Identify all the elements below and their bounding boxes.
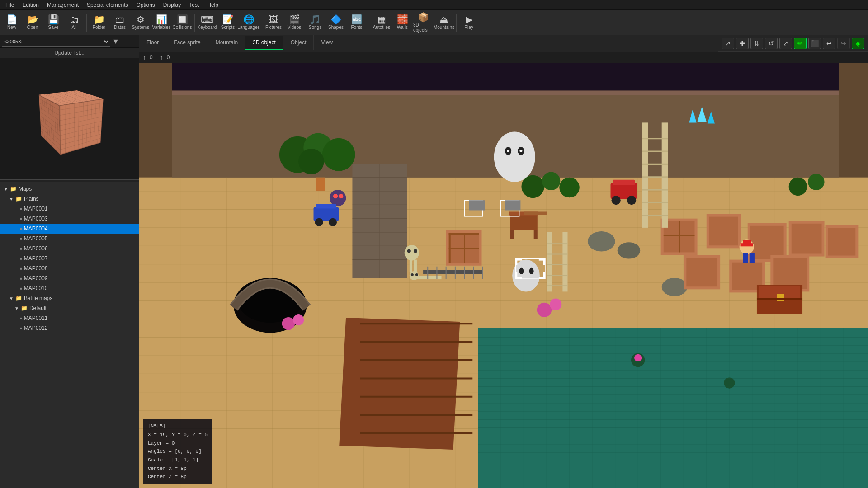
datas-icon: 🗃 [115, 15, 124, 24]
autotiles-icon: ▦ [377, 15, 386, 24]
shapes-button[interactable]: 🔷 Shapes [326, 11, 346, 34]
map-viewport[interactable]: [N5[5] X = 19, Y = 0, Z = 5 Layer = 0 An… [139, 63, 868, 488]
map0012-label: MAP0012 [24, 325, 48, 331]
draw-icon: ✏ [797, 40, 803, 47]
keyboard-icon: ⌨ [201, 15, 214, 24]
walls-button[interactable]: 🧱 Walls [392, 11, 412, 34]
new-button[interactable]: 📄 New [2, 11, 22, 34]
status-line1: [N5[5] [148, 422, 208, 431]
scale-tool-button[interactable]: ⤢ [779, 38, 792, 49]
svg-point-98 [662, 278, 688, 296]
menu-file[interactable]: File [2, 1, 18, 9]
status-overlay: [N5[5] X = 19, Y = 0, Z = 5 Layer = 0 An… [143, 419, 212, 484]
tree-item-map0011[interactable]: ■ MAP0011 [0, 313, 139, 323]
cursor-tool-button[interactable]: ↗ [722, 38, 734, 49]
scripts-icon: 📝 [222, 15, 234, 24]
svg-rect-211 [469, 200, 485, 210]
battle-label: Battle maps [24, 295, 52, 301]
scripts-button[interactable]: 📝 Scripts [218, 11, 238, 34]
shapes-label: Shapes [328, 25, 344, 30]
play-button[interactable]: ▶ Play [459, 11, 479, 34]
svg-point-184 [333, 194, 338, 198]
sep3 [261, 14, 261, 32]
keyboard-button[interactable]: ⌨ Keyboard [197, 11, 217, 34]
songs-button[interactable]: 🎵 Songs [305, 11, 325, 34]
tab-floor[interactable]: Floor [139, 35, 166, 50]
tree-item-map0004[interactable]: ■ MAP0004 [0, 224, 139, 234]
open-button[interactable]: 📂 Open [23, 11, 42, 34]
tree-root-maps[interactable]: ▼ 📁 Maps [0, 184, 139, 194]
systems-button[interactable]: ⚙ Systems [131, 11, 151, 34]
pictures-icon: 🖼 [269, 15, 278, 24]
save-button[interactable]: 💾 Save [43, 11, 63, 34]
new-label: New [7, 25, 16, 30]
folder-label: Folder [93, 25, 105, 30]
svg-point-146 [529, 268, 534, 274]
all-button[interactable]: 🗂 All [64, 11, 84, 34]
menu-options[interactable]: Options [132, 1, 158, 9]
status-line2: X = 19, Y = 0, Z = 5 [148, 431, 208, 439]
tab-face-sprite[interactable]: Face sprite [166, 35, 208, 50]
draw-tool-button[interactable]: ✏ [794, 38, 807, 49]
undo-button[interactable]: ↩ [823, 38, 835, 49]
tree-item-map0009[interactable]: ■ MAP0009 [0, 273, 139, 283]
videos-button[interactable]: 🎬 Videos [284, 11, 304, 34]
tree-group-plains[interactable]: ▼ 📁 Plains [0, 194, 139, 204]
pictures-button[interactable]: 🖼 Pictures [264, 11, 283, 34]
tab-view[interactable]: View [314, 35, 340, 50]
autotiles-button[interactable]: ▦ Autotiles [372, 11, 392, 34]
add-tool-button[interactable]: ✚ [736, 38, 749, 49]
fonts-button[interactable]: 🔤 Fonts [347, 11, 367, 34]
map-dropdown-arrow[interactable]: ▼ [112, 38, 119, 46]
menu-display[interactable]: Display [160, 1, 184, 9]
3dobjects-button[interactable]: 📦 3D objects [413, 11, 433, 34]
all-label: All [71, 25, 76, 30]
collisions-button[interactable]: 🔲 Collisions [172, 11, 192, 34]
datas-button[interactable]: 🗃 Datas [110, 11, 130, 34]
menu-test[interactable]: Test [185, 1, 203, 9]
update-list-button[interactable]: Update list... [0, 48, 139, 58]
variables-button[interactable]: 📊 Variables [151, 11, 171, 34]
transform-tool-button[interactable]: ⇅ [750, 38, 763, 49]
menu-edition[interactable]: Edition [19, 1, 42, 9]
rect-tool-button[interactable]: ⬛ [808, 38, 821, 49]
map-icon-0004: ■ [20, 227, 22, 231]
mountains-button[interactable]: ⛰ Mountains [434, 11, 454, 34]
map-icon-0009: ■ [20, 277, 22, 281]
redo-button[interactable]: ↪ [837, 38, 850, 49]
tree-item-map0008[interactable]: ■ MAP0008 [0, 263, 139, 273]
map0003-label: MAP0003 [24, 216, 48, 222]
menu-management[interactable]: Management [43, 1, 82, 9]
tree-item-map0001[interactable]: ■ MAP0001 [0, 204, 139, 214]
preview-area [0, 58, 139, 179]
cube-model [48, 94, 89, 144]
play-label: Play [464, 25, 473, 30]
folder-button[interactable]: 📁 Folder [89, 11, 109, 34]
svg-point-193 [627, 196, 636, 205]
rotate-tool-button[interactable]: ↺ [765, 38, 778, 49]
tree-item-map0006[interactable]: ■ MAP0006 [0, 244, 139, 253]
special-button[interactable]: ◈ [852, 38, 864, 49]
status-line7: Center Z = 8p [148, 473, 208, 481]
svg-rect-112 [750, 226, 784, 259]
map-icon-0008: ■ [20, 267, 22, 271]
folder-icon: 📁 [94, 15, 105, 24]
svg-point-148 [407, 249, 411, 253]
tree-group-default[interactable]: ▼ 📁 Default [0, 303, 139, 313]
tab-object[interactable]: Object [283, 35, 314, 50]
tab-mountain[interactable]: Mountain [208, 35, 245, 50]
tree-item-map0003[interactable]: ■ MAP0003 [0, 214, 139, 224]
svg-point-201 [537, 303, 552, 317]
map-dropdown[interactable]: <>0053: [2, 37, 110, 47]
tree-item-map0007[interactable]: ■ MAP0007 [0, 253, 139, 263]
tree-item-map0010[interactable]: ■ MAP0010 [0, 283, 139, 293]
tree-item-map0005[interactable]: ■ MAP0005 [0, 234, 139, 244]
mountains-label: Mountains [434, 25, 454, 30]
languages-button[interactable]: 🌐 Languages [239, 11, 259, 34]
menu-special-elements[interactable]: Special elements [83, 1, 132, 9]
scale-icon: ⤢ [783, 40, 788, 47]
tab-3d-object[interactable]: 3D object [245, 36, 283, 50]
menu-help[interactable]: Help [203, 1, 222, 9]
tree-group-battle[interactable]: ▼ 📁 Battle maps [0, 293, 139, 303]
tree-item-map0012[interactable]: ■ MAP0012 [0, 323, 139, 333]
